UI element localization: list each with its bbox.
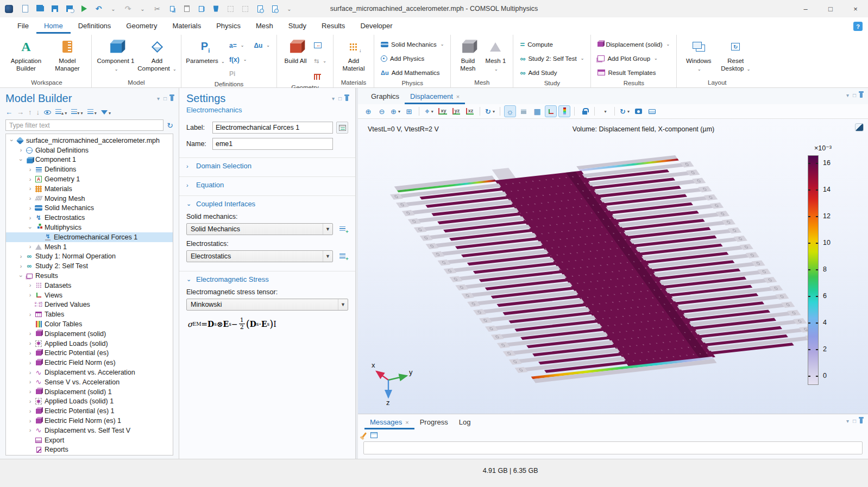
tree-expander[interactable]: ›: [27, 312, 34, 318]
undo-button[interactable]: [92, 2, 105, 15]
find-button[interactable]: [253, 2, 267, 15]
redo-button[interactable]: [121, 2, 135, 15]
tree-expander[interactable]: ›: [17, 254, 24, 260]
menu-tab-geometry[interactable]: Geometry: [118, 19, 165, 34]
tree-expander[interactable]: ›: [27, 167, 34, 173]
orientation-icon[interactable]: [545, 105, 557, 117]
solid-mechanics-dropdown[interactable]: Solid Mechanics▼: [186, 223, 333, 235]
tree-expander[interactable]: ›: [27, 224, 33, 231]
tree-item-export[interactable]: Export: [6, 435, 173, 445]
plot-area[interactable]: VtestL=0 V, VtestR=2 V Volume: Displacem…: [358, 119, 868, 414]
tree-expander[interactable]: ›: [27, 389, 34, 395]
tab-messages[interactable]: Messages×: [364, 416, 414, 429]
import-button[interactable]: [312, 39, 329, 52]
section-domain-selection[interactable]: ›Domain Selection: [179, 157, 355, 171]
open-messages-window-icon[interactable]: [370, 432, 378, 438]
menu-tab-physics[interactable]: Physics: [209, 19, 248, 34]
tree-expander[interactable]: ›: [27, 399, 34, 404]
zoom-in-icon[interactable]: [362, 105, 374, 117]
update-plot-icon[interactable]: ▾: [619, 105, 631, 117]
tree-expander[interactable]: ›: [27, 331, 34, 337]
zoom-out-icon[interactable]: [376, 105, 388, 117]
tree-item-mesh-1[interactable]: ›Mesh 1: [6, 242, 173, 252]
tree-item-tables[interactable]: ›Tables: [6, 309, 173, 319]
tree-expander[interactable]: ›: [27, 176, 34, 182]
section-electromagnetic-stress[interactable]: ⌄Electromagnetic Stress Electromagnetic …: [179, 271, 355, 332]
panel-menu-icon[interactable]: ▾: [157, 96, 160, 102]
duplicate-button[interactable]: [194, 2, 208, 15]
parameters-button[interactable]: Pi Parameters ⌄: [186, 36, 225, 65]
tree-item-views[interactable]: ›Views: [6, 290, 173, 300]
snapshot-icon[interactable]: [632, 105, 644, 117]
collapse-all-icon[interactable]: ▴ ▾: [55, 108, 67, 116]
tree-item-electric-potential-es-1[interactable]: ›Electric Potential (es) 1: [6, 406, 173, 416]
tree-expander[interactable]: ›: [27, 282, 34, 288]
tree-expander[interactable]: ›: [27, 418, 34, 424]
electrostatics-dropdown[interactable]: Electrostatics▼: [186, 250, 333, 262]
model-manager-button[interactable]: Model Manager: [48, 36, 87, 73]
parameter-case-button[interactable]: Pi: [227, 67, 272, 80]
menu-tab-materials[interactable]: Materials: [165, 19, 209, 34]
tree-expander[interactable]: ›: [27, 215, 34, 221]
help-button[interactable]: ?: [853, 22, 863, 31]
functions-button[interactable]: f(x)⌄: [227, 53, 272, 66]
tree-filter-input[interactable]: [5, 119, 163, 131]
tree-item-color-tables[interactable]: Color Tables: [6, 319, 173, 329]
menu-tab-definitions[interactable]: Definitions: [71, 19, 119, 34]
image-settings-icon[interactable]: ▾: [599, 105, 611, 117]
view-xy-icon[interactable]: xy: [437, 105, 449, 117]
add-material-button[interactable]: Add Material: [338, 36, 369, 73]
add-plot-group-button[interactable]: Add Plot Group⌄: [595, 52, 672, 65]
build-mesh-button[interactable]: Build Mesh: [455, 36, 480, 73]
add-study-button[interactable]: ∞Add Study: [518, 66, 586, 79]
tree-item-materials[interactable]: ›Materials: [6, 184, 173, 194]
reset-desktop-button[interactable]: ↻ Reset Desktop ⌄: [718, 36, 753, 73]
section-equation[interactable]: ›Equation: [179, 176, 355, 190]
solid-mechanics-select[interactable]: Solid Mechanics⌄: [379, 38, 446, 50]
color-legend-icon[interactable]: [558, 105, 570, 117]
search-settings-button[interactable]: [268, 2, 281, 15]
panel-float-icon[interactable]: □: [853, 92, 856, 98]
tab-displacement[interactable]: Displacement×: [405, 90, 465, 104]
select-box-button[interactable]: [224, 2, 237, 15]
application-builder-button[interactable]: A Application Builder: [7, 36, 46, 73]
panel-float-icon[interactable]: □: [163, 96, 167, 102]
menu-tab-file[interactable]: File: [10, 19, 36, 34]
tab-graphics[interactable]: Graphics: [366, 90, 405, 104]
back-icon[interactable]: ←: [5, 108, 12, 116]
zoom-extents-icon[interactable]: [403, 105, 415, 117]
menu-tab-developer[interactable]: Developer: [353, 19, 400, 34]
cut-button[interactable]: [150, 2, 164, 15]
redo-dropdown-button[interactable]: [136, 2, 149, 15]
tree-item-displacement-vs-acceleration[interactable]: ›∿Displacement vs. Acceleration: [6, 368, 173, 377]
tree-expander[interactable]: ›: [27, 195, 34, 201]
tree-expander[interactable]: ›: [27, 360, 34, 366]
menu-tab-home[interactable]: Home: [36, 19, 71, 34]
environment-icon[interactable]: [518, 105, 530, 117]
tree-item-reports[interactable]: Reports: [6, 445, 173, 455]
scene-light-icon[interactable]: [504, 105, 516, 117]
tree-expander[interactable]: ›: [27, 205, 34, 211]
grid-icon[interactable]: [531, 105, 543, 117]
compute-button[interactable]: =Compute: [518, 38, 586, 50]
menu-tab-results[interactable]: Results: [314, 19, 353, 34]
panel-menu-icon[interactable]: ▾: [332, 96, 335, 102]
tree-expander[interactable]: ›: [17, 263, 24, 269]
move-down-icon[interactable]: ↓: [36, 108, 40, 116]
copy-button[interactable]: [165, 2, 179, 15]
plot-window-icon[interactable]: [855, 123, 864, 131]
tree-expander[interactable]: ›: [27, 370, 34, 376]
open-file-button[interactable]: [33, 2, 47, 15]
undo-dropdown-button[interactable]: [106, 2, 120, 15]
expand-all-icon[interactable]: ▾ ▾: [71, 108, 83, 116]
minimize-button[interactable]: –: [793, 0, 818, 17]
name-field[interactable]: [212, 138, 333, 150]
refresh-icon[interactable]: ↻: [167, 121, 173, 130]
nonlocal-couplings-button[interactable]: Δu⌄: [251, 39, 272, 52]
tree-item-electric-field-norm-es[interactable]: ›Electric Field Norm (es): [6, 358, 173, 368]
tree-expander[interactable]: ›: [27, 408, 34, 414]
tree-expander[interactable]: ›: [9, 137, 15, 144]
move-up-icon[interactable]: ↑: [28, 108, 32, 116]
component-1-button[interactable]: Component 1 ⌄: [96, 36, 135, 73]
panel-pin-icon[interactable]: [171, 96, 173, 101]
